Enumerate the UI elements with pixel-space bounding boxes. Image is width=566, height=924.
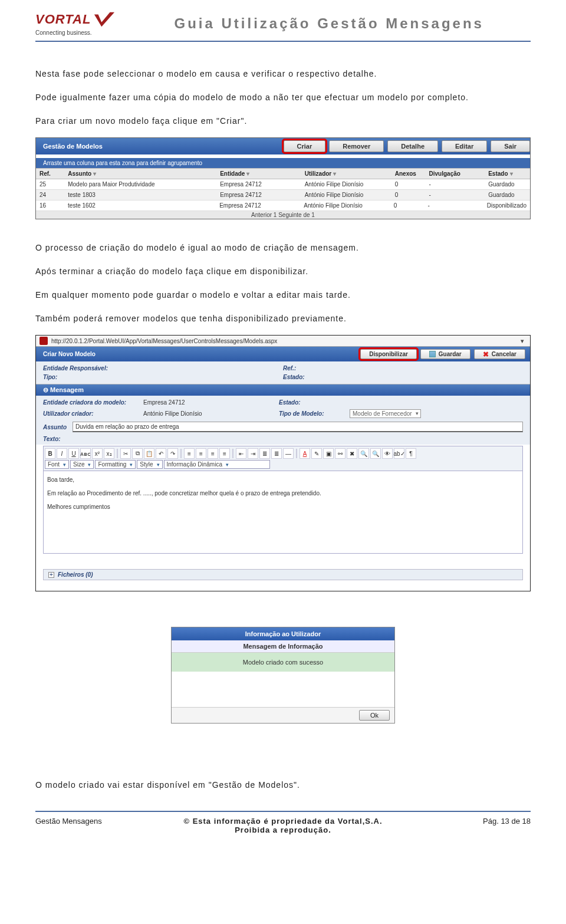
remove-format-icon[interactable]: ✖ xyxy=(347,448,357,459)
ok-button[interactable]: Ok xyxy=(359,710,390,721)
filter-icon[interactable]: ▾ xyxy=(93,170,96,177)
entidade-criadora-label: Entidade criadora do modelo: xyxy=(43,399,143,406)
col-anexos[interactable]: Anexos xyxy=(391,169,426,179)
paste-icon[interactable]: 📋 xyxy=(144,448,154,459)
bullet-list-icon[interactable]: ≣ xyxy=(271,448,282,459)
dropdown-icon[interactable]: ▾ xyxy=(518,337,526,345)
paragraph: Para criar um novo modelo faça clique em… xyxy=(35,113,531,129)
ref-label: Ref.: xyxy=(283,365,523,371)
utilizador-criador-label: Utilizador criador: xyxy=(43,410,143,417)
strike-icon[interactable]: ᴀʙᴄ xyxy=(80,448,91,459)
screenshot-criar-modelo: http://20.0.1.2/Portal.WebUI/App/VortalM… xyxy=(35,335,531,591)
spellcheck-icon[interactable]: ab✓ xyxy=(394,448,404,459)
logo-text: VORTAL xyxy=(35,12,91,27)
filter-icon[interactable]: ▾ xyxy=(246,170,249,177)
col-ref[interactable]: Ref. xyxy=(36,169,64,179)
page-footer: Gestão Mensagens © Esta informação é pro… xyxy=(35,811,531,834)
logo-tagline: Connecting business. xyxy=(35,29,92,36)
table-row[interactable]: 25 Modelo para Maior Produtividade Empre… xyxy=(36,179,530,190)
outdent-icon[interactable]: ⇤ xyxy=(236,448,246,459)
align-center-icon[interactable]: ≡ xyxy=(196,448,206,459)
col-estado[interactable]: Estado xyxy=(488,170,508,177)
style-dropdown[interactable]: Style▾ xyxy=(137,460,162,469)
undo-icon[interactable]: ↶ xyxy=(156,448,166,459)
assunto-label: Assunto xyxy=(43,424,67,430)
paragraph: Pode igualmente fazer uma cópia do model… xyxy=(35,89,531,106)
footer-left: Gestão Mensagens xyxy=(35,817,153,826)
table-row[interactable]: 16 teste 1602 Empresa 24712 António Fili… xyxy=(36,200,530,211)
pager[interactable]: Anterior 1 Seguinte de 1 xyxy=(36,211,530,219)
formatting-dropdown[interactable]: Formatting▾ xyxy=(95,460,136,469)
cut-icon[interactable]: ✂ xyxy=(120,448,131,459)
address-bar[interactable]: http://20.0.1.2/Portal.WebUI/App/VortalM… xyxy=(51,338,518,344)
redo-icon[interactable]: ↷ xyxy=(167,448,178,459)
footer-copyright: © Esta informação é propriedade da Vorta… xyxy=(153,817,413,826)
paragraph: Após terminar a criação do modelo faça c… xyxy=(35,263,531,279)
ficheiros-section[interactable]: + Ficheiros (0) xyxy=(43,569,523,580)
col-entidade[interactable]: Entidade xyxy=(220,170,245,177)
guardar-button[interactable]: Guardar xyxy=(420,349,470,359)
underline-icon[interactable]: U xyxy=(68,448,79,459)
align-justify-icon[interactable]: ≡ xyxy=(219,448,230,459)
align-right-icon[interactable]: ≡ xyxy=(208,448,218,459)
expand-icon[interactable]: + xyxy=(48,572,54,578)
dialog-title: Informação ao Utilizador xyxy=(172,627,394,640)
logo-checkmark-icon xyxy=(93,11,116,28)
assunto-input[interactable]: Duvida em relação ao prazo de entrega xyxy=(73,422,523,432)
col-assunto[interactable]: Assunto xyxy=(68,170,91,177)
subscript-icon[interactable]: x₂ xyxy=(104,448,114,459)
richtext-editor[interactable]: Boa tarde, Em relação ao Procedimento de… xyxy=(43,471,523,554)
tipo-modelo-select[interactable]: Modelo de Fornecedor xyxy=(350,409,421,418)
disponibilizar-button[interactable]: Disponibilizar xyxy=(360,349,417,359)
col-utilizador[interactable]: Utilizador xyxy=(305,170,332,177)
cancelar-button[interactable]: ✖ Cancelar xyxy=(474,349,525,359)
superscript-icon[interactable]: x² xyxy=(92,448,103,459)
entidade-criadora-value: Empresa 24712 xyxy=(143,399,279,406)
sair-button[interactable]: Sair xyxy=(491,140,530,152)
paragraph: Também poderá remover modelos que tenha … xyxy=(35,310,531,327)
image-icon[interactable]: ▣ xyxy=(323,448,334,459)
bold-icon[interactable]: B xyxy=(45,448,55,459)
footer-page-number: Pág. 13 de 18 xyxy=(413,817,531,826)
font-color-icon[interactable]: A xyxy=(300,448,310,459)
highlight-icon[interactable]: ✎ xyxy=(311,448,322,459)
dialog-subtitle: Mensagem de Informação xyxy=(172,640,394,653)
copy-icon[interactable]: ⧉ xyxy=(132,448,143,459)
panel-title: Criar Novo Modelo xyxy=(43,351,96,357)
zoom-out-icon[interactable]: 🔍 xyxy=(370,448,381,459)
group-drop-zone[interactable]: Arraste uma coluna para esta zona para d… xyxy=(36,158,530,168)
paragraph: O processo de criação do modelo é igual … xyxy=(35,239,531,256)
font-dropdown[interactable]: Font▾ xyxy=(45,460,69,469)
zoom-in-icon[interactable]: 🔍 xyxy=(358,448,369,459)
col-divulgacao[interactable]: Divulgação xyxy=(426,169,485,179)
remover-button[interactable]: Remover xyxy=(329,140,384,152)
align-left-icon[interactable]: ≡ xyxy=(184,448,195,459)
browser-favicon-icon xyxy=(40,337,48,345)
detalhe-button[interactable]: Detalhe xyxy=(387,140,438,152)
paragraph: O modelo criado vai estar disponível em … xyxy=(35,777,531,793)
table-row[interactable]: 24 teste 1803 Empresa 24712 António Fili… xyxy=(36,190,530,200)
logo: VORTAL Connecting business. xyxy=(35,11,116,36)
indent-icon[interactable]: ⇥ xyxy=(248,448,258,459)
italic-icon[interactable]: I xyxy=(57,448,67,459)
size-dropdown[interactable]: Size▾ xyxy=(70,460,94,469)
paragraph: Em qualquer momento pode guardar o model… xyxy=(35,287,531,303)
filter-icon[interactable]: ▾ xyxy=(510,170,513,177)
document-title: Guia Utilização Gestão Mensagens xyxy=(127,15,531,32)
screenshot-gestao-modelos: Gestão de Modelos Criar Remover Detalhe … xyxy=(35,137,531,219)
estado-label: Estado: xyxy=(283,374,523,380)
utilizador-criador-value: António Filipe Dionísio xyxy=(143,410,279,417)
editar-button[interactable]: Editar xyxy=(442,140,487,152)
cancel-icon: ✖ xyxy=(483,351,489,357)
hr-icon[interactable]: — xyxy=(283,448,294,459)
entidade-responsavel-label: Entidade Responsável: xyxy=(43,365,283,371)
tipo-label: Tipo: xyxy=(43,374,283,380)
dynamic-info-dropdown[interactable]: Informação Dinâmica▾ xyxy=(164,460,270,469)
find-icon[interactable]: 👁 xyxy=(382,448,393,459)
texto-label: Texto: xyxy=(43,436,523,442)
numbered-list-icon[interactable]: ≣ xyxy=(259,448,270,459)
symbol-icon[interactable]: ¶ xyxy=(406,448,416,459)
link-icon[interactable]: ⚯ xyxy=(335,448,345,459)
criar-button[interactable]: Criar xyxy=(284,140,326,152)
filter-icon[interactable]: ▾ xyxy=(333,170,336,177)
